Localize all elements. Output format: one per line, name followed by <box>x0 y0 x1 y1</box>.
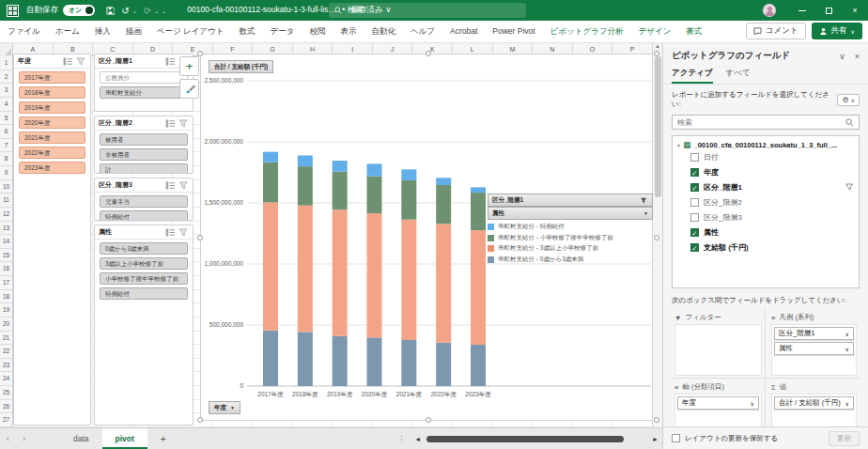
ribbon-tab-Power Pivot[interactable]: Power Pivot <box>485 21 542 42</box>
chart-handle-se[interactable] <box>654 417 659 423</box>
slicer-item-0歳から3歳未満[interactable]: 0歳から3歳未満 <box>100 242 188 255</box>
row-header-16[interactable]: 16 <box>0 262 12 276</box>
bar-segment[interactable] <box>333 209 348 335</box>
row-header-7[interactable]: 7 <box>0 139 12 153</box>
maximize-button[interactable] <box>815 0 842 21</box>
tools-gear-button[interactable]: ⚙∨ <box>837 94 860 106</box>
bar-segment[interactable] <box>367 337 382 386</box>
bar-segment[interactable] <box>471 345 486 386</box>
row-header-2[interactable]: 2 <box>0 70 12 85</box>
row-header-12[interactable]: 12 <box>0 208 12 222</box>
slicer-item-小学校修了後中学校修了前[interactable]: 小学校修了後中学校修了前 <box>100 272 188 285</box>
row-header-4[interactable]: 4 <box>0 98 12 112</box>
area-dropzone-filters[interactable] <box>674 324 762 376</box>
account-avatar[interactable] <box>763 4 776 17</box>
clear-filter-icon[interactable] <box>76 57 86 66</box>
row-header-21[interactable]: 21 <box>0 332 12 346</box>
chart-elements-button[interactable]: + <box>179 56 199 76</box>
bar-segment[interactable] <box>401 340 416 386</box>
bar-segment[interactable] <box>298 206 313 333</box>
bar-segment[interactable] <box>333 172 348 210</box>
row-header-23[interactable]: 23 <box>0 359 12 373</box>
row-header-22[interactable]: 22 <box>0 345 12 359</box>
bar-segment[interactable] <box>401 180 416 220</box>
chart-handle-n[interactable] <box>426 51 431 56</box>
ribbon-tab-自動化[interactable]: 自動化 <box>364 21 403 42</box>
bar-segment[interactable] <box>471 193 486 230</box>
multiselect-icon[interactable] <box>63 57 73 66</box>
bar-segment[interactable] <box>333 161 348 172</box>
chart-handle-w[interactable] <box>197 235 203 240</box>
ribbon-tab-校閲[interactable]: 校閲 <box>302 21 333 42</box>
row-header-1[interactable]: 1 <box>0 56 12 70</box>
slicer-item-3歳以上小学校修了前[interactable]: 3歳以上小学校修了前 <box>100 257 188 270</box>
qat-more-icon[interactable]: ⌄ <box>162 8 166 14</box>
field-checkbox[interactable] <box>690 213 699 222</box>
legend-field-button-区分_階層1[interactable]: 区分_階層1 <box>488 194 653 207</box>
bar-segment[interactable] <box>436 178 451 185</box>
undo-caret-icon[interactable]: ⌄ <box>132 8 137 14</box>
search-bar[interactable]: 検索 <box>329 3 526 18</box>
slicer-item-計[interactable]: 計 <box>100 163 188 174</box>
ribbon-tab-ホーム[interactable]: ホーム <box>48 21 87 42</box>
area-pill-年度[interactable]: 年度∨ <box>677 396 759 410</box>
defer-layout-checkbox[interactable] <box>672 434 680 442</box>
field-row-属性[interactable]: ✓属性 <box>677 224 854 240</box>
bar-segment[interactable] <box>401 220 416 340</box>
row-header-26[interactable]: 26 <box>0 400 12 414</box>
field-checkbox[interactable]: ✓ <box>690 243 699 252</box>
row-header-15[interactable]: 15 <box>0 249 12 263</box>
slicer-item-公務員分[interactable]: 公務員分 <box>100 71 188 84</box>
field-checkbox[interactable]: ✓ <box>690 183 699 192</box>
bar-segment[interactable] <box>263 152 278 163</box>
table-node[interactable]: ▾ ▦ _00100_cfa_00100112_soukatu_1_3_full… <box>677 140 854 149</box>
bar-segment[interactable] <box>471 187 486 193</box>
ribbon-tab-挿入[interactable]: 挿入 <box>87 21 118 42</box>
ribbon-tab-ファイル[interactable]: ファイル <box>0 21 48 42</box>
row-header-18[interactable]: 18 <box>0 290 12 304</box>
area-pill-区分_階層1[interactable]: 区分_階層1∨ <box>774 327 854 340</box>
pivot-chart[interactable]: 合計 / 支給額 (千円) 0500,000,0001,000,000,0001… <box>200 54 658 421</box>
bar-segment[interactable] <box>298 155 313 166</box>
row-header-6[interactable]: 6 <box>0 125 12 139</box>
chart-axis-field-button[interactable]: 年度 ▼ <box>209 401 240 414</box>
chart-styles-button[interactable] <box>179 79 199 99</box>
slicer-区分_階層3[interactable]: 区分_階層3 児童手当特例給付 <box>94 178 194 221</box>
slicer-年度[interactable]: 年度 2017年度2018年度2019年度2020年度2021年度2022年度2… <box>13 54 91 426</box>
horizontal-scroll-thumb[interactable] <box>426 436 624 442</box>
collapse-icon[interactable]: ▾ <box>677 142 680 148</box>
field-row-年度[interactable]: ✓年度 <box>677 164 854 179</box>
minimize-button[interactable] <box>789 0 815 21</box>
sheet-nav-right-icon[interactable]: › <box>16 434 32 443</box>
bar-segment[interactable] <box>367 213 382 337</box>
row-header-11[interactable]: 11 <box>0 194 12 208</box>
field-checkbox[interactable] <box>690 153 699 162</box>
chart-handle-ne[interactable] <box>654 51 659 56</box>
chart-handle-e[interactable] <box>654 235 659 240</box>
slicer-item-2021年度[interactable]: 2021年度 <box>19 132 85 144</box>
slicer-item-2017年度[interactable]: 2017年度 <box>19 71 85 84</box>
field-checkbox[interactable]: ✓ <box>690 228 699 237</box>
horizontal-scrollbar[interactable] <box>425 435 648 443</box>
bar-segment[interactable] <box>471 230 486 345</box>
chart-handle-s[interactable] <box>426 417 431 423</box>
field-checkbox[interactable] <box>690 198 699 207</box>
row-header-8[interactable]: 8 <box>0 152 12 166</box>
field-row-区分_階層2[interactable]: 区分_階層2 <box>677 194 854 209</box>
row-header-13[interactable]: 13 <box>0 222 12 236</box>
row-header-17[interactable]: 17 <box>0 276 12 290</box>
sheet-tab-data[interactable]: data <box>60 428 102 449</box>
slicer-item-特例給付[interactable]: 特例給付 <box>100 210 188 221</box>
bar-segment[interactable] <box>298 166 313 206</box>
ribbon-tab-表示[interactable]: 表示 <box>333 21 364 42</box>
slicer-item-被用者[interactable]: 被用者 <box>100 133 188 146</box>
chart-value-field-button[interactable]: 合計 / 支給額 (千円) <box>209 60 273 73</box>
ribbon-contextual-tab-デザイン[interactable]: デザイン <box>631 21 679 42</box>
area-pill-属性[interactable]: 属性∨ <box>774 342 854 355</box>
row-header-14[interactable]: 14 <box>0 235 12 249</box>
share-button[interactable]: 共有 ∨ <box>812 23 862 39</box>
field-search-input[interactable]: 検索 <box>672 115 860 130</box>
multiselect-icon[interactable] <box>165 181 176 190</box>
bar-segment[interactable] <box>367 177 382 213</box>
area-dropzone-legend[interactable]: 区分_階層1∨属性∨ <box>771 324 857 376</box>
